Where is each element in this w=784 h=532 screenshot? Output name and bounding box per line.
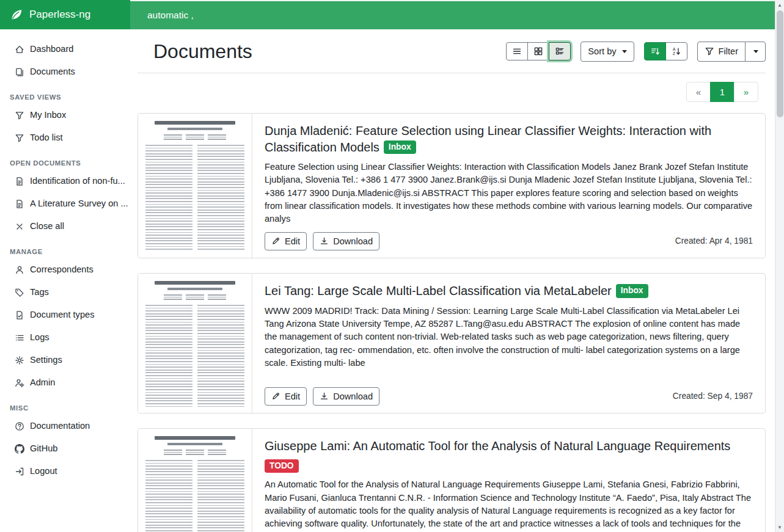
sort-by-dropdown[interactable]: Sort by — [581, 42, 634, 61]
document-excerpt: An Automatic Tool for the Analysis of Na… — [265, 478, 753, 532]
sidebar-item-label: Document types — [30, 308, 94, 321]
thumbnail-text-columns — [145, 460, 244, 532]
file-check-icon — [15, 310, 24, 320]
sidebar-item-documentation[interactable]: Documentation — [0, 415, 130, 437]
door-icon — [15, 467, 24, 476]
sidebar-section-header-misc: MISC — [0, 404, 130, 412]
document-card-body: Lei Tang: Large Scale Multi-Label Classi… — [252, 274, 765, 413]
edit-button[interactable]: Edit — [265, 387, 307, 406]
sort-direction-group: AZ — [644, 42, 687, 60]
pencil-icon — [271, 392, 280, 401]
list-icon — [15, 333, 24, 343]
person-gear-icon — [15, 378, 24, 388]
thumbnail-subtitle-line — [167, 443, 222, 445]
document-thumbnail[interactable] — [138, 114, 252, 258]
download-button-label: Download — [333, 390, 373, 403]
document-thumbnail[interactable] — [138, 274, 252, 413]
view-list-button[interactable] — [506, 42, 528, 60]
edit-button[interactable]: Edit — [265, 232, 307, 250]
github-icon — [15, 444, 24, 454]
sort-descending-button[interactable] — [644, 42, 666, 60]
person-icon — [15, 265, 24, 275]
sidebar-item-label: GitHub — [30, 442, 57, 455]
document-title[interactable]: Giuseppe Lami: An Automatic Tool for the… — [265, 438, 753, 473]
funnel-icon — [15, 111, 24, 120]
edit-button-label: Edit — [285, 235, 300, 247]
thumbnail-author-blocks — [145, 450, 244, 456]
document-card-body: Giuseppe Lami: An Automatic Tool for the… — [252, 429, 765, 532]
document-card: Dunja Mladenić: Feature Selection using … — [137, 113, 766, 258]
view-mode-group — [506, 42, 571, 60]
view-details-icon — [555, 46, 565, 56]
sidebar-item-tags[interactable]: Tags — [0, 281, 130, 304]
gear-icon — [15, 355, 24, 365]
view-details-button[interactable] — [549, 42, 571, 60]
sidebar-item-dashboard[interactable]: Dashboard — [0, 38, 130, 60]
sidebar-item-my-inbox[interactable]: My Inbox — [0, 104, 130, 126]
document-card: Giuseppe Lami: An Automatic Tool for the… — [137, 428, 766, 532]
document-excerpt: Feature Selection using Linear Classifie… — [265, 161, 753, 225]
sidebar-item-close-all[interactable]: Close all — [0, 215, 130, 238]
scrollbar-thumb[interactable] — [777, 10, 783, 117]
filter-button[interactable]: Filter — [697, 42, 746, 61]
page-title: Documents — [153, 40, 252, 63]
sidebar-item-label: A Literature Survey on ... — [30, 197, 128, 210]
sidebar-section-header-open-documents: OPEN DOCUMENTS — [0, 159, 130, 167]
tag-badge[interactable]: TODO — [265, 459, 299, 473]
sidebar-item-logout[interactable]: Logout — [0, 460, 130, 483]
paperless-logo-icon — [10, 8, 23, 21]
sidebar-item-label: Close all — [30, 220, 64, 233]
funnel-icon — [15, 133, 24, 143]
thumbnail-subtitle-line — [167, 288, 222, 290]
pagination-page-1[interactable]: 1 — [710, 82, 735, 102]
question-icon — [15, 421, 24, 431]
sidebar-item-correspondents[interactable]: Correspondents — [0, 258, 130, 281]
main-content: Documents Sort by — [130, 29, 784, 532]
sidebar-item-label: Todo list — [30, 131, 63, 144]
app-brand[interactable]: Paperless-ng — [0, 0, 130, 29]
sidebar-item-a-literature-survey-on[interactable]: A Literature Survey on ... — [0, 192, 130, 215]
sidebar-item-logs[interactable]: Logs — [0, 326, 130, 349]
edit-button-label: Edit — [285, 390, 300, 403]
documents-toolbar: Sort by AZ Filter — [506, 42, 766, 61]
pagination-next[interactable]: » — [734, 82, 758, 102]
sidebar-item-label: Logs — [30, 331, 49, 344]
scrollbar-up-arrow[interactable]: ▲ — [775, 0, 784, 10]
download-icon — [320, 392, 329, 401]
document-card-body: Dunja Mladenić: Feature Selection using … — [252, 114, 765, 258]
pagination-row: « 1 » — [137, 82, 758, 102]
sidebar-item-document-types[interactable]: Document types — [0, 304, 130, 326]
scrollbar-down-arrow[interactable]: ▼ — [775, 522, 784, 532]
sidebar-item-label: Documentation — [30, 420, 90, 432]
thumbnail-author-blocks — [145, 134, 244, 141]
search-input[interactable] — [130, 1, 784, 29]
sidebar-item-identification-of-non-fu[interactable]: Identification of non-fu... — [0, 170, 130, 192]
document-title[interactable]: Dunja Mladenić: Feature Selection using … — [265, 123, 753, 155]
sort-alphabetical-button[interactable]: AZ — [665, 42, 687, 60]
sidebar-item-todo-list[interactable]: Todo list — [0, 126, 130, 149]
download-button[interactable]: Download — [313, 387, 379, 406]
sidebar-item-admin[interactable]: Admin — [0, 371, 130, 394]
file-text-icon — [15, 199, 24, 209]
top-navbar: Paperless-ng — [0, 0, 784, 29]
sidebar-item-documents[interactable]: Documents — [0, 60, 130, 83]
header-divider — [137, 73, 766, 73]
document-thumbnail[interactable] — [138, 429, 252, 532]
scrollbar[interactable]: ▲ ▼ — [775, 0, 784, 532]
sidebar-item-label: Settings — [30, 354, 62, 366]
document-title-text: Lei Tang: Large Scale Multi-Label Classi… — [265, 284, 612, 297]
filter-label: Filter — [719, 45, 738, 57]
sidebar-item-github[interactable]: GitHub — [0, 437, 130, 460]
download-button[interactable]: Download — [313, 232, 379, 250]
page-header: Documents Sort by — [137, 35, 766, 67]
document-title[interactable]: Lei Tang: Large Scale Multi-Label Classi… — [265, 283, 753, 299]
view-grid-button[interactable] — [527, 42, 549, 60]
tag-badge[interactable]: Inbox — [384, 140, 416, 155]
pagination: « 1 » — [686, 82, 758, 102]
pagination-prev[interactable]: « — [686, 82, 711, 102]
x-icon — [15, 222, 24, 231]
tag-badge[interactable]: Inbox — [616, 284, 648, 298]
created-date: Created: Apr 4, 1981 — [675, 236, 753, 246]
filter-dropdown-toggle[interactable] — [745, 42, 766, 61]
sidebar-item-settings[interactable]: Settings — [0, 349, 130, 371]
